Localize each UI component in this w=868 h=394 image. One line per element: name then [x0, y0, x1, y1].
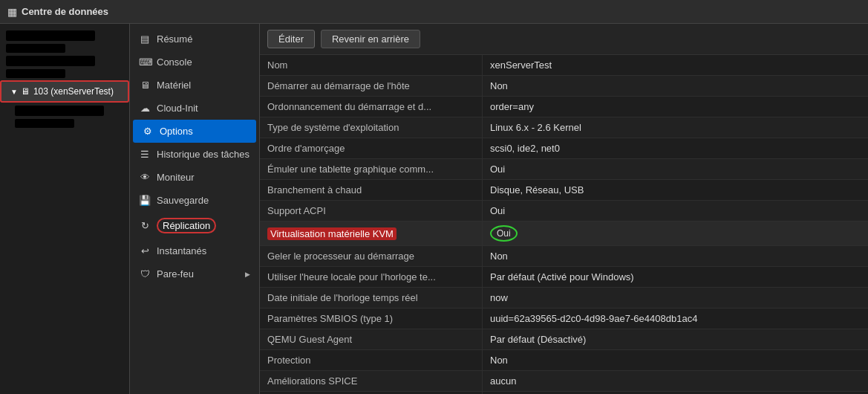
cell-key: Type de système d'exploitation: [260, 117, 483, 138]
cell-value: xenServerTest: [483, 55, 868, 75]
cell-value: Oui: [483, 201, 868, 221]
tree-item-blacked-1: [6, 30, 95, 41]
nav-item-resume-label: Résumé: [157, 33, 192, 45]
nav-item-options-label: Options: [160, 126, 193, 137]
cloud-init-icon: ☁: [139, 103, 151, 114]
cell-key: Date initiale de l'horloge temps réel: [260, 288, 483, 308]
table-row: Type de système d'exploitationLinux 6.x …: [260, 117, 868, 138]
table-row: Améliorations SPICEaucun: [260, 371, 868, 392]
cell-key: Virtualisation matérielle KVM: [260, 222, 483, 245]
tree-item-label: 103 (xenServerTest): [33, 86, 114, 97]
cell-value: Par défaut (Activé pour Windows): [483, 267, 868, 287]
cell-value: Par défaut (Désactivé): [483, 329, 868, 349]
cell-key: Ordre d'amorçage: [260, 138, 483, 158]
oui-badge: Oui: [490, 225, 518, 242]
nav-item-sauvegarde-label: Sauvegarde: [157, 195, 209, 206]
materiel-icon: 🖥: [139, 80, 151, 91]
nav-item-resume[interactable]: ▤ Résumé: [130, 28, 259, 51]
nav-item-sauvegarde[interactable]: 💾 Sauvegarde: [130, 189, 259, 212]
datacenter-icon: ▦: [7, 6, 17, 18]
console-icon: ⌨: [139, 56, 151, 68]
main-layout: ▼ 🖥 103 (xenServerTest) ▤ Résumé ⌨ Conso…: [0, 24, 868, 394]
cell-value: now: [483, 288, 868, 308]
tree-item-blacked-5: [15, 106, 104, 116]
back-button[interactable]: Revenir en arrière: [321, 30, 420, 48]
table-row: Virtualisation matérielle KVMOui: [260, 222, 868, 246]
nav-item-console-label: Console: [157, 56, 192, 68]
nav-menu: ▤ Résumé ⌨ Console 🖥 Matériel ☁ Cloud-In…: [130, 24, 260, 394]
table-row: QEMU Guest AgentPar défaut (Désactivé): [260, 329, 868, 350]
nav-item-instantanes[interactable]: ↩ Instantanés: [130, 239, 259, 262]
cell-key: Support ACPI: [260, 201, 483, 221]
table-row: Émuler une tablette graphique comm...Oui: [260, 159, 868, 180]
table-row: Utiliser l'heure locale pour l'horloge t…: [260, 267, 868, 288]
nav-item-moniteur[interactable]: 👁 Moniteur: [130, 166, 259, 189]
table-row: Ordre d'amorçagescsi0, ide2, net0: [260, 138, 868, 159]
cell-value: Non: [483, 76, 868, 96]
nav-item-pare-feu-label: Pare-feu: [157, 268, 194, 280]
nav-item-moniteur-label: Moniteur: [157, 172, 195, 183]
data-table: NomxenServerTestDémarrer au démarrage de…: [260, 55, 868, 394]
table-row: Démarrer au démarrage de l'hôteNon: [260, 76, 868, 97]
nav-item-replication-label: Réplication: [157, 218, 216, 233]
cell-key: Paramètres SMBIOS (type 1): [260, 309, 483, 329]
cell-key: Branchement à chaud: [260, 180, 483, 200]
cell-value: Non: [483, 246, 868, 266]
nav-item-replication[interactable]: ↻ Réplication: [130, 212, 259, 239]
table-row: Branchement à chaudDisque, Réseau, USB: [260, 180, 868, 201]
nav-item-historique-label: Historique des tâches: [157, 149, 249, 160]
top-bar: ▦ Centre de données: [0, 0, 868, 24]
tree-arrow-icon: ▼: [10, 88, 18, 96]
edit-button[interactable]: Éditer: [267, 30, 315, 48]
cell-key: Ordonnancement du démarrage et d...: [260, 97, 483, 117]
tree-item-selected[interactable]: ▼ 🖥 103 (xenServerTest): [0, 80, 129, 103]
table-row: Support ACPIOui: [260, 201, 868, 222]
cell-value: aucun: [483, 371, 868, 391]
tree-item-blacked-4: [6, 69, 65, 78]
action-bar: Éditer Revenir en arrière: [260, 24, 868, 55]
cell-value: Oui: [483, 159, 868, 179]
cell-key: Émuler une tablette graphique comm...: [260, 159, 483, 179]
top-bar-title: Centre de données: [22, 6, 108, 17]
cell-key: Geler le processeur au démarrage: [260, 246, 483, 266]
vm-icon: 🖥: [21, 86, 30, 97]
cell-value: Non: [483, 350, 868, 370]
historique-icon: ☰: [139, 149, 151, 160]
table-row: Ordonnancement du démarrage et d...order…: [260, 97, 868, 117]
instantanes-icon: ↩: [139, 245, 151, 256]
cell-key: Utiliser l'heure locale pour l'horloge t…: [260, 267, 483, 287]
table-row: NomxenServerTest: [260, 55, 868, 76]
cell-key: Nom: [260, 55, 483, 75]
cell-value: Oui: [483, 222, 868, 245]
tree-item-blacked-2: [6, 44, 65, 53]
nav-item-pare-feu[interactable]: 🛡 Pare-feu: [130, 262, 259, 285]
table-row: Date initiale de l'horloge temps réelnow: [260, 288, 868, 309]
cell-value: Disque, Réseau, USB: [483, 180, 868, 200]
cell-key: Protection: [260, 350, 483, 370]
tree-item-blacked-3: [6, 56, 95, 66]
options-icon: ⚙: [142, 126, 154, 137]
nav-item-materiel-label: Matériel: [157, 80, 191, 91]
nav-item-instantanes-label: Instantanés: [157, 245, 206, 256]
kvm-key-highlight: Virtualisation matérielle KVM: [267, 227, 397, 240]
left-sidebar: ▼ 🖥 103 (xenServerTest): [0, 24, 130, 394]
sauvegarde-icon: 💾: [139, 195, 151, 206]
cell-key: Démarrer au démarrage de l'hôte: [260, 76, 483, 96]
cell-value: Linux 6.x - 2.6 Kernel: [483, 117, 868, 138]
nav-item-cloud-init-label: Cloud-Init: [157, 103, 198, 114]
cell-key: Améliorations SPICE: [260, 371, 483, 391]
cell-key: QEMU Guest Agent: [260, 329, 483, 349]
tree-item-blacked-6: [15, 119, 74, 128]
pare-feu-icon: 🛡: [139, 268, 151, 280]
nav-item-console[interactable]: ⌨ Console: [130, 51, 259, 74]
replication-icon: ↻: [139, 220, 151, 231]
nav-item-historique[interactable]: ☰ Historique des tâches: [130, 143, 259, 166]
cell-value: scsi0, ide2, net0: [483, 138, 868, 158]
nav-item-cloud-init[interactable]: ☁ Cloud-Init: [130, 97, 259, 120]
nav-item-materiel[interactable]: 🖥 Matériel: [130, 74, 259, 97]
content-area: Éditer Revenir en arrière NomxenServerTe…: [260, 24, 868, 394]
nav-item-options[interactable]: ⚙ Options: [133, 120, 256, 143]
resume-icon: ▤: [139, 33, 151, 45]
cell-value: uuid=62a39565-d2c0-4d98-9ae7-6e4408db1ac…: [483, 309, 868, 329]
cell-value: order=any: [483, 97, 868, 117]
